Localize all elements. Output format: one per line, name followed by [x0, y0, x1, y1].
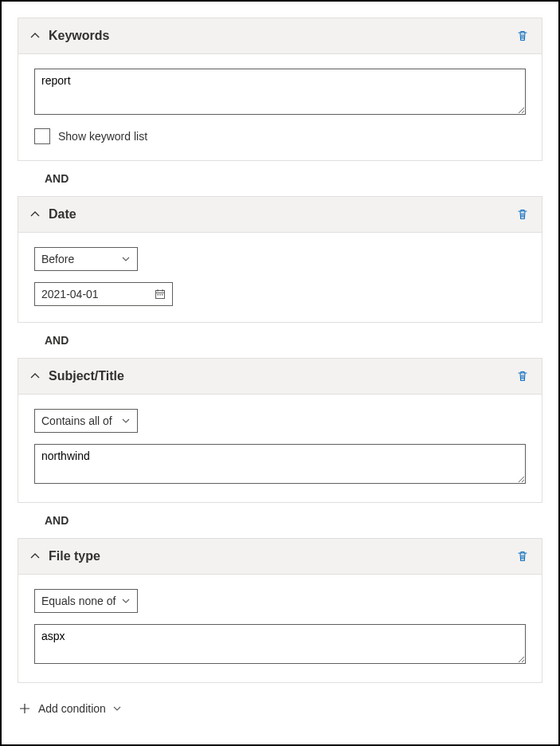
chevron-up-icon [29, 30, 41, 41]
select-value: Equals none of [41, 595, 116, 607]
operator-label: AND [45, 514, 542, 527]
condition-card-keywords: Keywords Show keyword list [18, 18, 542, 161]
card-body: Equals none of [18, 575, 542, 682]
card-title: File type [49, 549, 515, 563]
show-keyword-list-row: Show keyword list [34, 128, 526, 144]
svg-rect-6 [162, 294, 163, 296]
checkbox-label: Show keyword list [58, 130, 147, 143]
card-title: Subject/Title [49, 369, 515, 383]
trash-icon[interactable] [515, 548, 531, 564]
trash-icon[interactable] [515, 368, 531, 384]
subject-operator-select[interactable]: Contains all of [34, 409, 138, 433]
show-keyword-list-checkbox[interactable] [34, 128, 50, 144]
add-condition-label: Add condition [38, 702, 106, 715]
svg-rect-4 [158, 294, 159, 296]
trash-icon[interactable] [515, 28, 531, 44]
chevron-down-icon [121, 416, 131, 426]
chevron-up-icon [29, 209, 41, 220]
card-title: Date [49, 207, 515, 222]
chevron-down-icon [121, 596, 131, 606]
condition-card-date: Date Before 2021-04-01 [18, 196, 542, 323]
select-value: Contains all of [41, 414, 112, 427]
operator-label: AND [45, 334, 542, 347]
subject-input[interactable] [34, 444, 526, 484]
operator-label: AND [45, 172, 542, 185]
card-body: Before 2021-04-01 [18, 233, 542, 322]
chevron-down-icon [121, 254, 131, 264]
card-body: Show keyword list [18, 54, 542, 160]
card-body: Contains all of [18, 395, 542, 502]
plus-icon [19, 703, 30, 714]
date-input[interactable]: 2021-04-01 [34, 282, 173, 306]
calendar-icon[interactable] [155, 289, 166, 300]
select-value: Before [41, 253, 74, 265]
trash-icon[interactable] [515, 206, 531, 222]
keywords-input[interactable] [34, 69, 526, 115]
card-header[interactable]: Date [18, 197, 542, 233]
card-header[interactable]: Subject/Title [18, 359, 542, 395]
date-operator-select[interactable]: Before [34, 247, 138, 271]
chevron-up-icon [29, 551, 41, 562]
card-header[interactable]: File type [18, 539, 542, 575]
filetype-operator-select[interactable]: Equals none of [34, 589, 138, 613]
card-header[interactable]: Keywords [18, 18, 542, 54]
date-value: 2021-04-01 [41, 288, 99, 300]
filetype-input[interactable] [34, 624, 526, 664]
card-title: Keywords [49, 29, 515, 43]
add-condition-button[interactable]: Add condition [18, 699, 542, 718]
svg-rect-5 [159, 294, 161, 296]
chevron-up-icon [29, 371, 41, 382]
condition-card-filetype: File type Equals none of [18, 538, 542, 683]
condition-card-subject: Subject/Title Contains all of [18, 358, 542, 503]
chevron-down-icon [112, 704, 122, 713]
